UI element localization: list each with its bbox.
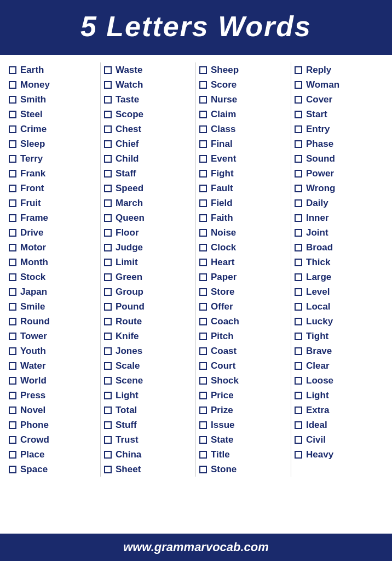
word-item[interactable]: Event [198, 151, 289, 166]
checkbox-icon[interactable] [104, 407, 112, 414]
checkbox-icon[interactable] [104, 66, 112, 74]
checkbox-icon[interactable] [9, 214, 16, 222]
word-item[interactable]: Smile [8, 299, 98, 314]
checkbox-icon[interactable] [199, 407, 207, 414]
checkbox-icon[interactable] [104, 199, 112, 207]
word-item[interactable]: Coach [198, 314, 289, 329]
checkbox-icon[interactable] [199, 244, 207, 251]
checkbox-icon[interactable] [295, 81, 302, 89]
checkbox-icon[interactable] [295, 244, 302, 251]
word-item[interactable]: Nurse [198, 92, 289, 107]
checkbox-icon[interactable] [199, 303, 207, 311]
checkbox-icon[interactable] [9, 377, 16, 385]
checkbox-icon[interactable] [104, 140, 112, 148]
checkbox-icon[interactable] [295, 140, 302, 148]
checkbox-icon[interactable] [295, 333, 302, 340]
checkbox-icon[interactable] [295, 214, 302, 222]
word-item[interactable]: Group [103, 284, 193, 299]
checkbox-icon[interactable] [9, 347, 16, 355]
checkbox-icon[interactable] [9, 199, 16, 207]
checkbox-icon[interactable] [9, 466, 16, 473]
checkbox-icon[interactable] [9, 288, 16, 296]
word-item[interactable]: Large [293, 270, 384, 284]
checkbox-icon[interactable] [295, 436, 302, 444]
word-item[interactable]: Pound [103, 299, 193, 314]
checkbox-icon[interactable] [295, 273, 302, 281]
checkbox-icon[interactable] [295, 392, 302, 399]
checkbox-icon[interactable] [9, 244, 16, 251]
checkbox-icon[interactable] [9, 407, 16, 414]
checkbox-icon[interactable] [199, 111, 207, 118]
word-item[interactable]: Front [8, 181, 98, 196]
checkbox-icon[interactable] [295, 288, 302, 296]
word-item[interactable]: Crime [8, 122, 98, 136]
word-item[interactable]: Green [103, 270, 193, 284]
checkbox-icon[interactable] [199, 421, 207, 429]
word-item[interactable]: Faith [198, 210, 289, 225]
checkbox-icon[interactable] [9, 421, 16, 429]
checkbox-icon[interactable] [199, 362, 207, 370]
word-item[interactable]: Score [198, 77, 289, 92]
checkbox-icon[interactable] [9, 451, 16, 459]
checkbox-icon[interactable] [199, 466, 207, 473]
checkbox-icon[interactable] [9, 140, 16, 148]
word-item[interactable]: Daily [293, 196, 384, 210]
word-item[interactable]: Scope [103, 107, 193, 122]
word-item[interactable]: Fault [198, 181, 289, 196]
word-item[interactable]: Scale [103, 358, 193, 373]
checkbox-icon[interactable] [104, 466, 112, 473]
checkbox-icon[interactable] [199, 347, 207, 355]
word-item[interactable]: Noise [198, 225, 289, 240]
checkbox-icon[interactable] [295, 125, 302, 133]
checkbox-icon[interactable] [9, 362, 16, 370]
word-item[interactable]: Waste [103, 62, 193, 77]
checkbox-icon[interactable] [9, 66, 16, 74]
word-item[interactable]: Stuff [103, 417, 193, 432]
checkbox-icon[interactable] [295, 170, 302, 178]
checkbox-icon[interactable] [104, 362, 112, 370]
word-item[interactable]: Broad [293, 240, 384, 255]
checkbox-icon[interactable] [199, 288, 207, 296]
checkbox-icon[interactable] [199, 170, 207, 178]
checkbox-icon[interactable] [104, 229, 112, 237]
word-item[interactable]: Power [293, 166, 384, 181]
checkbox-icon[interactable] [9, 229, 16, 237]
word-item[interactable]: Light [293, 388, 384, 403]
checkbox-icon[interactable] [295, 421, 302, 429]
checkbox-icon[interactable] [9, 318, 16, 325]
checkbox-icon[interactable] [104, 273, 112, 281]
word-item[interactable]: Steel [8, 107, 98, 122]
word-item[interactable]: Loose [293, 373, 384, 388]
checkbox-icon[interactable] [104, 259, 112, 266]
word-item[interactable]: Drive [8, 225, 98, 240]
word-item[interactable]: Civil [293, 432, 384, 447]
checkbox-icon[interactable] [104, 347, 112, 355]
checkbox-icon[interactable] [295, 155, 302, 163]
word-item[interactable]: Chief [103, 136, 193, 151]
checkbox-icon[interactable] [104, 125, 112, 133]
word-item[interactable]: Sheep [198, 62, 289, 77]
word-item[interactable]: Chest [103, 122, 193, 136]
checkbox-icon[interactable] [295, 111, 302, 118]
word-item[interactable]: Novel [8, 403, 98, 417]
word-item[interactable]: Child [103, 151, 193, 166]
checkbox-icon[interactable] [199, 273, 207, 281]
checkbox-icon[interactable] [104, 392, 112, 399]
word-item[interactable]: Extra [293, 403, 384, 417]
word-item[interactable]: Clock [198, 240, 289, 255]
checkbox-icon[interactable] [199, 66, 207, 74]
word-item[interactable]: Phase [293, 136, 384, 151]
checkbox-icon[interactable] [104, 318, 112, 325]
word-item[interactable]: Issue [198, 417, 289, 432]
word-item[interactable]: Earth [8, 62, 98, 77]
checkbox-icon[interactable] [199, 155, 207, 163]
word-item[interactable]: Press [8, 388, 98, 403]
word-item[interactable]: Prize [198, 403, 289, 417]
word-item[interactable]: Limit [103, 255, 193, 270]
checkbox-icon[interactable] [9, 392, 16, 399]
checkbox-icon[interactable] [199, 392, 207, 399]
checkbox-icon[interactable] [104, 288, 112, 296]
checkbox-icon[interactable] [104, 421, 112, 429]
word-item[interactable]: Judge [103, 240, 193, 255]
checkbox-icon[interactable] [199, 140, 207, 148]
